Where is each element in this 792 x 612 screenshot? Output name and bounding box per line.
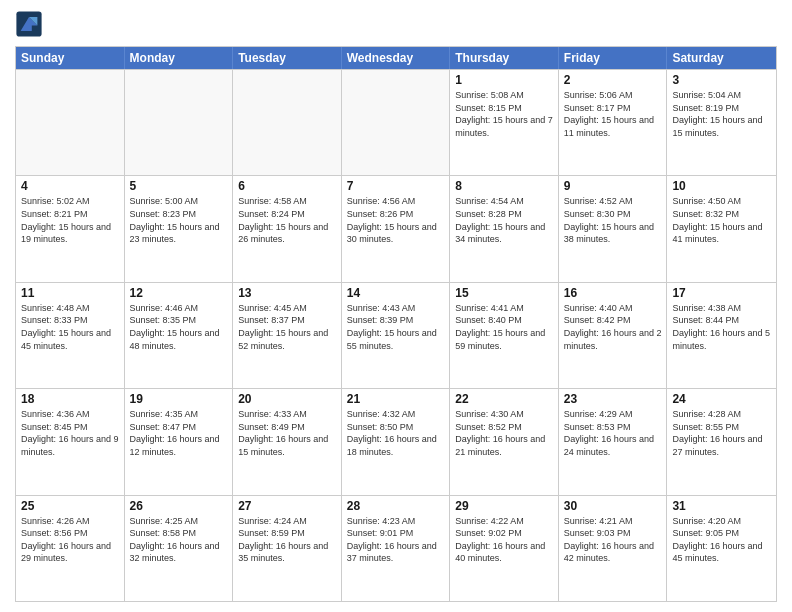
day-number: 10 xyxy=(672,179,771,193)
day-number: 14 xyxy=(347,286,445,300)
calendar-cell: 9Sunrise: 4:52 AMSunset: 8:30 PMDaylight… xyxy=(559,176,668,281)
day-info: Sunrise: 4:28 AMSunset: 8:55 PMDaylight:… xyxy=(672,408,771,458)
calendar-cell: 30Sunrise: 4:21 AMSunset: 9:03 PMDayligh… xyxy=(559,496,668,601)
calendar-cell: 22Sunrise: 4:30 AMSunset: 8:52 PMDayligh… xyxy=(450,389,559,494)
day-number: 11 xyxy=(21,286,119,300)
calendar: SundayMondayTuesdayWednesdayThursdayFrid… xyxy=(15,46,777,602)
day-info: Sunrise: 5:04 AMSunset: 8:19 PMDaylight:… xyxy=(672,89,771,139)
day-number: 17 xyxy=(672,286,771,300)
calendar-cell xyxy=(16,70,125,175)
day-number: 25 xyxy=(21,499,119,513)
calendar-cell: 19Sunrise: 4:35 AMSunset: 8:47 PMDayligh… xyxy=(125,389,234,494)
calendar-cell: 25Sunrise: 4:26 AMSunset: 8:56 PMDayligh… xyxy=(16,496,125,601)
day-number: 15 xyxy=(455,286,553,300)
calendar-cell: 14Sunrise: 4:43 AMSunset: 8:39 PMDayligh… xyxy=(342,283,451,388)
day-number: 4 xyxy=(21,179,119,193)
logo-icon xyxy=(15,10,43,38)
calendar-cell: 27Sunrise: 4:24 AMSunset: 8:59 PMDayligh… xyxy=(233,496,342,601)
calendar-cell: 31Sunrise: 4:20 AMSunset: 9:05 PMDayligh… xyxy=(667,496,776,601)
day-info: Sunrise: 4:40 AMSunset: 8:42 PMDaylight:… xyxy=(564,302,662,352)
weekday-header: Saturday xyxy=(667,47,776,69)
day-info: Sunrise: 4:29 AMSunset: 8:53 PMDaylight:… xyxy=(564,408,662,458)
calendar-row: 25Sunrise: 4:26 AMSunset: 8:56 PMDayligh… xyxy=(16,495,776,601)
calendar-row: 11Sunrise: 4:48 AMSunset: 8:33 PMDayligh… xyxy=(16,282,776,388)
day-number: 19 xyxy=(130,392,228,406)
calendar-cell: 28Sunrise: 4:23 AMSunset: 9:01 PMDayligh… xyxy=(342,496,451,601)
day-info: Sunrise: 4:23 AMSunset: 9:01 PMDaylight:… xyxy=(347,515,445,565)
calendar-cell: 23Sunrise: 4:29 AMSunset: 8:53 PMDayligh… xyxy=(559,389,668,494)
day-number: 8 xyxy=(455,179,553,193)
calendar-cell: 11Sunrise: 4:48 AMSunset: 8:33 PMDayligh… xyxy=(16,283,125,388)
day-info: Sunrise: 4:52 AMSunset: 8:30 PMDaylight:… xyxy=(564,195,662,245)
calendar-header: SundayMondayTuesdayWednesdayThursdayFrid… xyxy=(16,47,776,69)
day-info: Sunrise: 4:43 AMSunset: 8:39 PMDaylight:… xyxy=(347,302,445,352)
day-number: 12 xyxy=(130,286,228,300)
day-number: 16 xyxy=(564,286,662,300)
day-number: 18 xyxy=(21,392,119,406)
day-info: Sunrise: 5:00 AMSunset: 8:23 PMDaylight:… xyxy=(130,195,228,245)
calendar-row: 4Sunrise: 5:02 AMSunset: 8:21 PMDaylight… xyxy=(16,175,776,281)
day-number: 24 xyxy=(672,392,771,406)
day-info: Sunrise: 4:54 AMSunset: 8:28 PMDaylight:… xyxy=(455,195,553,245)
day-info: Sunrise: 4:22 AMSunset: 9:02 PMDaylight:… xyxy=(455,515,553,565)
day-number: 21 xyxy=(347,392,445,406)
day-info: Sunrise: 4:33 AMSunset: 8:49 PMDaylight:… xyxy=(238,408,336,458)
weekday-header: Tuesday xyxy=(233,47,342,69)
calendar-cell: 20Sunrise: 4:33 AMSunset: 8:49 PMDayligh… xyxy=(233,389,342,494)
day-number: 31 xyxy=(672,499,771,513)
calendar-cell: 24Sunrise: 4:28 AMSunset: 8:55 PMDayligh… xyxy=(667,389,776,494)
weekday-header: Sunday xyxy=(16,47,125,69)
calendar-cell: 16Sunrise: 4:40 AMSunset: 8:42 PMDayligh… xyxy=(559,283,668,388)
day-number: 26 xyxy=(130,499,228,513)
day-info: Sunrise: 4:21 AMSunset: 9:03 PMDaylight:… xyxy=(564,515,662,565)
day-number: 13 xyxy=(238,286,336,300)
day-info: Sunrise: 5:08 AMSunset: 8:15 PMDaylight:… xyxy=(455,89,553,139)
day-number: 23 xyxy=(564,392,662,406)
calendar-cell xyxy=(342,70,451,175)
page: SundayMondayTuesdayWednesdayThursdayFrid… xyxy=(0,0,792,612)
day-number: 3 xyxy=(672,73,771,87)
calendar-cell xyxy=(233,70,342,175)
calendar-cell: 10Sunrise: 4:50 AMSunset: 8:32 PMDayligh… xyxy=(667,176,776,281)
weekday-header: Friday xyxy=(559,47,668,69)
calendar-cell: 13Sunrise: 4:45 AMSunset: 8:37 PMDayligh… xyxy=(233,283,342,388)
day-info: Sunrise: 4:35 AMSunset: 8:47 PMDaylight:… xyxy=(130,408,228,458)
day-info: Sunrise: 4:41 AMSunset: 8:40 PMDaylight:… xyxy=(455,302,553,352)
calendar-row: 18Sunrise: 4:36 AMSunset: 8:45 PMDayligh… xyxy=(16,388,776,494)
day-number: 7 xyxy=(347,179,445,193)
calendar-cell: 21Sunrise: 4:32 AMSunset: 8:50 PMDayligh… xyxy=(342,389,451,494)
calendar-body: 1Sunrise: 5:08 AMSunset: 8:15 PMDaylight… xyxy=(16,69,776,601)
calendar-cell: 5Sunrise: 5:00 AMSunset: 8:23 PMDaylight… xyxy=(125,176,234,281)
weekday-header: Wednesday xyxy=(342,47,451,69)
day-number: 5 xyxy=(130,179,228,193)
day-number: 1 xyxy=(455,73,553,87)
calendar-cell: 17Sunrise: 4:38 AMSunset: 8:44 PMDayligh… xyxy=(667,283,776,388)
day-number: 22 xyxy=(455,392,553,406)
day-number: 6 xyxy=(238,179,336,193)
calendar-cell: 3Sunrise: 5:04 AMSunset: 8:19 PMDaylight… xyxy=(667,70,776,175)
weekday-header: Monday xyxy=(125,47,234,69)
calendar-cell: 12Sunrise: 4:46 AMSunset: 8:35 PMDayligh… xyxy=(125,283,234,388)
calendar-cell: 4Sunrise: 5:02 AMSunset: 8:21 PMDaylight… xyxy=(16,176,125,281)
day-info: Sunrise: 4:36 AMSunset: 8:45 PMDaylight:… xyxy=(21,408,119,458)
day-number: 2 xyxy=(564,73,662,87)
day-info: Sunrise: 4:50 AMSunset: 8:32 PMDaylight:… xyxy=(672,195,771,245)
calendar-cell: 18Sunrise: 4:36 AMSunset: 8:45 PMDayligh… xyxy=(16,389,125,494)
calendar-cell: 15Sunrise: 4:41 AMSunset: 8:40 PMDayligh… xyxy=(450,283,559,388)
day-number: 28 xyxy=(347,499,445,513)
calendar-cell: 6Sunrise: 4:58 AMSunset: 8:24 PMDaylight… xyxy=(233,176,342,281)
day-number: 29 xyxy=(455,499,553,513)
day-number: 9 xyxy=(564,179,662,193)
day-info: Sunrise: 5:06 AMSunset: 8:17 PMDaylight:… xyxy=(564,89,662,139)
day-info: Sunrise: 4:30 AMSunset: 8:52 PMDaylight:… xyxy=(455,408,553,458)
day-info: Sunrise: 4:38 AMSunset: 8:44 PMDaylight:… xyxy=(672,302,771,352)
day-info: Sunrise: 4:58 AMSunset: 8:24 PMDaylight:… xyxy=(238,195,336,245)
day-info: Sunrise: 4:20 AMSunset: 9:05 PMDaylight:… xyxy=(672,515,771,565)
header xyxy=(15,10,777,38)
calendar-cell: 7Sunrise: 4:56 AMSunset: 8:26 PMDaylight… xyxy=(342,176,451,281)
day-number: 30 xyxy=(564,499,662,513)
calendar-row: 1Sunrise: 5:08 AMSunset: 8:15 PMDaylight… xyxy=(16,69,776,175)
day-info: Sunrise: 4:48 AMSunset: 8:33 PMDaylight:… xyxy=(21,302,119,352)
calendar-cell: 2Sunrise: 5:06 AMSunset: 8:17 PMDaylight… xyxy=(559,70,668,175)
weekday-header: Thursday xyxy=(450,47,559,69)
